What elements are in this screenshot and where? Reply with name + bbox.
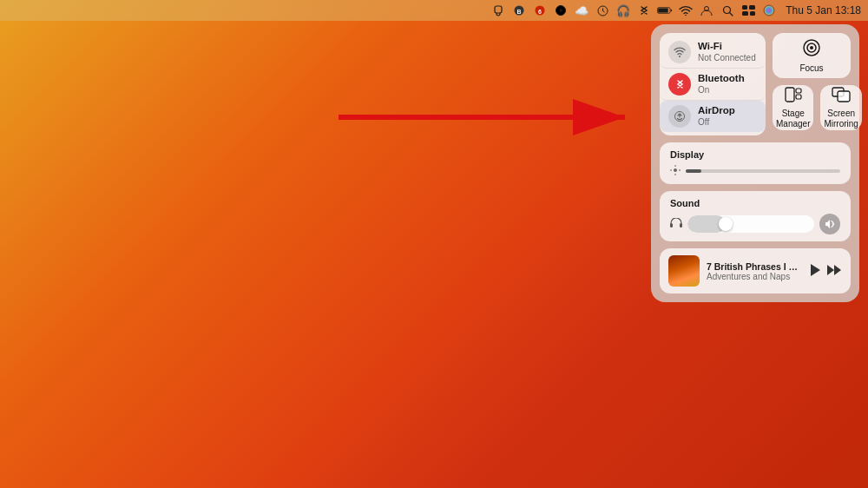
track-artist: Adventures and Naps [707, 272, 802, 281]
bluetooth-text: Bluetooth On [698, 73, 745, 96]
cc-top-row: Wi-Fi Not Connected Bluetooth On [660, 33, 851, 135]
volume-slider[interactable] [687, 215, 814, 233]
bluetooth-toggle[interactable]: Bluetooth On [660, 69, 766, 101]
wifi-text: Wi-Fi Not Connected [698, 41, 756, 63]
svg-point-11 [685, 15, 687, 16]
airdrop-toggle[interactable]: AirDrop Off [660, 101, 766, 132]
stage-manager-icon [785, 87, 802, 107]
svg-line-14 [729, 12, 733, 16]
display-slider-row [670, 165, 840, 177]
cc-right-col: Focus Stage Manager [773, 33, 851, 135]
airdrop-status: Off [698, 117, 735, 128]
svg-rect-9 [658, 9, 667, 13]
desktop: B 6 ☁️ 🎧 [0, 0, 868, 488]
screen-mirroring-label: Screen Mirroring [824, 109, 858, 129]
brightness-fill [686, 169, 701, 173]
menubar-time: Thu 5 Jan 13:18 [786, 4, 861, 16]
svg-point-22 [679, 56, 681, 57]
wifi-icon [668, 41, 691, 63]
svg-rect-29 [796, 95, 801, 99]
track-title: 7 British Phrases I Can't… [707, 261, 802, 272]
play-icon[interactable] [553, 3, 569, 17]
notification-icon[interactable] [490, 3, 506, 17]
bluetooth-status: On [698, 85, 745, 96]
svg-text:B: B [517, 9, 522, 15]
history-icon[interactable] [595, 3, 610, 17]
headphones-icon[interactable]: 🎧 [615, 3, 631, 17]
cc-sound-section: Sound [660, 191, 851, 241]
display-label: Display [670, 149, 840, 160]
stage-manager-button[interactable]: Stage Manager [773, 85, 813, 130]
headphone-icon [670, 218, 682, 230]
svg-rect-38 [680, 223, 682, 228]
airdrop-text: AirDrop Off [698, 105, 735, 128]
svg-marker-39 [811, 264, 820, 276]
focus-label: Focus [799, 63, 823, 74]
svg-rect-28 [796, 89, 801, 93]
svg-rect-18 [750, 11, 755, 16]
brightness-icon [670, 165, 681, 177]
svg-marker-41 [834, 265, 841, 275]
screen-mirroring-icon [832, 87, 851, 107]
svg-point-26 [810, 46, 813, 49]
bluetooth-menubar-icon[interactable] [636, 3, 652, 17]
battery-icon[interactable]: ⚡ [657, 3, 673, 17]
annotation-arrow [330, 96, 642, 139]
svg-rect-27 [786, 88, 794, 102]
wifi-menubar-icon[interactable] [678, 3, 694, 17]
svg-rect-16 [749, 5, 755, 10]
svg-text:6: 6 [538, 9, 542, 15]
svg-rect-17 [742, 11, 748, 16]
cc-display-section: Display [660, 142, 851, 184]
brightness-slider[interactable] [686, 169, 840, 173]
cc-now-playing: 7 British Phrases I Can't… Adventures an… [660, 248, 851, 293]
sound-slider-row [670, 214, 840, 234]
control-center-icon[interactable] [740, 3, 756, 17]
volume-thumb [719, 217, 733, 231]
user-icon[interactable] [699, 3, 714, 17]
cc-connectivity-panel: Wi-Fi Not Connected Bluetooth On [660, 33, 766, 135]
airdrop-name: AirDrop [698, 105, 735, 117]
menubar: B 6 ☁️ 🎧 [0, 0, 868, 21]
search-icon[interactable] [720, 3, 735, 17]
focus-button[interactable]: Focus [773, 33, 851, 78]
svg-rect-0 [495, 6, 502, 13]
wifi-status: Not Connected [698, 53, 756, 63]
bluetooth-icon [668, 73, 691, 96]
svg-point-20 [765, 6, 773, 15]
screen-mirroring-button[interactable]: Screen Mirroring [820, 85, 861, 130]
airdrop-icon [668, 105, 691, 128]
backblaze-icon[interactable]: B [511, 3, 527, 17]
cloud-icon[interactable]: ☁️ [574, 3, 589, 17]
cc-bottom-row: Stage Manager Screen Mirroring [773, 85, 851, 130]
svg-rect-31 [838, 91, 850, 102]
focus-icon [802, 38, 821, 62]
svg-rect-37 [670, 223, 673, 228]
wifi-name: Wi-Fi [698, 41, 756, 53]
stage-manager-label: Stage Manager [776, 109, 810, 129]
album-art [668, 255, 700, 287]
wifi-toggle[interactable]: Wi-Fi Not Connected [660, 36, 766, 69]
sound-label: Sound [670, 198, 840, 208]
siri-icon[interactable] [761, 3, 777, 17]
menubar-icons: B 6 ☁️ 🎧 [490, 3, 861, 17]
track-info: 7 British Phrases I Can't… Adventures an… [707, 261, 802, 281]
svg-point-32 [674, 168, 677, 172]
svg-marker-40 [827, 265, 834, 275]
play-button[interactable] [809, 263, 821, 280]
control-center: Wi-Fi Not Connected Bluetooth On [651, 24, 859, 302]
forward-button[interactable] [826, 264, 842, 279]
sound-output-icon[interactable] [819, 214, 840, 234]
bluetooth-name: Bluetooth [698, 73, 745, 85]
svg-rect-15 [742, 5, 747, 10]
sixcolors-icon[interactable]: 6 [532, 3, 548, 17]
playback-controls [809, 263, 842, 280]
